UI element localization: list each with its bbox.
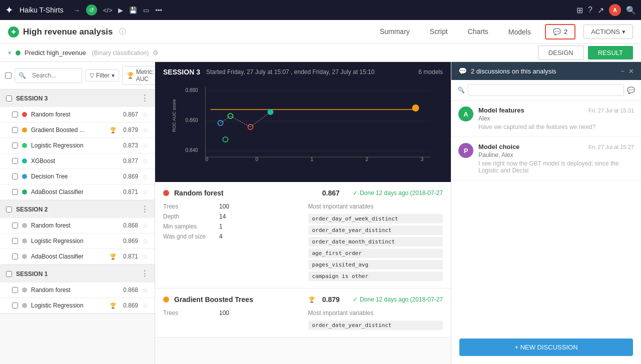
minimize-icon[interactable]: − bbox=[620, 68, 624, 75]
model-variables: Most important variables order_day_of_we… bbox=[308, 203, 443, 281]
topbar-monitor-icon[interactable]: ▭ bbox=[143, 6, 149, 14]
topbar-logo-icon: ✦ bbox=[5, 4, 14, 16]
topbar-analytics-icon[interactable]: ↗ bbox=[597, 6, 604, 15]
model-row[interactable]: Decision Tree 0.869 ☆ bbox=[0, 169, 155, 184]
topbar-play-icon[interactable]: ▶ bbox=[118, 6, 123, 14]
model-0-0-checkbox[interactable] bbox=[12, 112, 18, 118]
nav-charts[interactable]: Charts bbox=[458, 20, 498, 44]
topbar-more-icon[interactable]: ••• bbox=[155, 6, 162, 14]
discussion-item[interactable]: A Model features Fri, 27 Jul at 15:31 Al… bbox=[451, 100, 641, 137]
model-row[interactable]: Logistic Regression 🏆 0.869 ☆ bbox=[0, 298, 155, 314]
topbar-grid-icon[interactable]: ⊞ bbox=[576, 6, 583, 15]
model-row[interactable]: Random forest 0.868 ☆ bbox=[0, 282, 155, 298]
model-row[interactable]: AdaBoost Classifier 0.871 ☆ bbox=[0, 184, 155, 200]
session-1-more-icon[interactable]: ⋮ bbox=[141, 269, 149, 278]
expand-arrow-icon[interactable]: ▾ bbox=[8, 49, 12, 56]
star-icon[interactable]: ☆ bbox=[142, 252, 149, 260]
model-1-0-checkbox[interactable] bbox=[12, 222, 18, 228]
discussion-search-input[interactable] bbox=[468, 84, 624, 96]
model-done-status: ✓ Done 12 days ago (2018-07-27 bbox=[353, 296, 443, 303]
model-1-2-checkbox[interactable] bbox=[12, 254, 18, 260]
close-icon[interactable]: ✕ bbox=[628, 68, 634, 75]
models-discussion-button[interactable]: 💬 2 bbox=[545, 24, 575, 40]
select-all-checkbox[interactable] bbox=[5, 72, 12, 79]
topbar-code-icon[interactable]: </> bbox=[103, 6, 113, 14]
new-discussion-button[interactable]: + NEW DISCUSSION bbox=[459, 338, 633, 356]
model-row[interactable]: Random forest 0.868 ☆ bbox=[0, 218, 155, 234]
star-icon[interactable]: ☆ bbox=[142, 188, 149, 196]
model-dot bbox=[22, 288, 27, 292]
model-0-3-checkbox[interactable] bbox=[12, 158, 18, 164]
session-2-checkbox[interactable] bbox=[6, 206, 12, 212]
discussion-panel: 💬 2 discussions on this analysis − ✕ 🔍 💬… bbox=[451, 62, 641, 364]
discussion-preview: Have we captured all the features we nee… bbox=[478, 124, 634, 130]
model-name: Logistic Regression bbox=[31, 238, 117, 244]
var-tag: age_first_order bbox=[308, 248, 443, 258]
session-1-checkbox[interactable] bbox=[6, 271, 12, 277]
model-card-score: 0.867 bbox=[322, 189, 340, 197]
session-3-more-icon[interactable]: ⋮ bbox=[141, 94, 149, 103]
result-button[interactable]: RESULT bbox=[588, 46, 633, 60]
comment-icon[interactable]: 💬 bbox=[627, 86, 635, 94]
topbar-search-icon[interactable]: 🔍 bbox=[626, 6, 636, 15]
topbar-save-icon[interactable]: 💾 bbox=[129, 6, 137, 14]
model-1-1-checkbox[interactable] bbox=[12, 238, 18, 244]
star-icon[interactable]: ☆ bbox=[142, 222, 149, 230]
star-icon[interactable]: ☆ bbox=[142, 237, 149, 245]
star-icon[interactable]: ☆ bbox=[142, 286, 149, 294]
param-value: 100 bbox=[219, 310, 229, 316]
nav-script[interactable]: Script bbox=[420, 20, 458, 44]
star-icon[interactable]: ☆ bbox=[142, 157, 149, 165]
discussion-item[interactable]: P Model choice Fri, 27 Jul at 15:27 Paul… bbox=[451, 137, 641, 180]
star-icon[interactable]: ☆ bbox=[142, 110, 149, 118]
discussion-subject: Model choice bbox=[478, 143, 519, 150]
model-0-4-checkbox[interactable] bbox=[12, 174, 18, 180]
model-dot bbox=[22, 143, 27, 148]
model-2-1-checkbox[interactable] bbox=[12, 302, 18, 308]
main-content: SESSION 3 Started Friday, 27 July at 15:… bbox=[155, 62, 451, 364]
discussion-content: Model choice Fri, 27 Jul at 15:27 Paulin… bbox=[478, 143, 634, 174]
search-input[interactable] bbox=[28, 70, 78, 81]
predict-label: Predict high_revenue bbox=[25, 49, 86, 56]
model-row[interactable]: Random forest 0.867 ☆ bbox=[0, 107, 155, 122]
model-0-2-checkbox[interactable] bbox=[12, 142, 18, 148]
star-icon[interactable]: ☆ bbox=[142, 126, 149, 134]
model-dot bbox=[22, 238, 27, 244]
topbar-help-icon[interactable]: ? bbox=[588, 6, 592, 14]
trophy-icon: 🏆 bbox=[110, 127, 117, 134]
discussion-author: Alex bbox=[478, 115, 634, 122]
design-button[interactable]: DESIGN bbox=[538, 46, 584, 60]
model-0-1-checkbox[interactable] bbox=[12, 127, 18, 133]
topbar-nav-icon-1[interactable]: → bbox=[74, 6, 80, 14]
metric-label: Metric: ROC AUC bbox=[136, 68, 155, 82]
topbar-green-circle-icon[interactable]: ↺ bbox=[86, 4, 97, 16]
model-row[interactable]: Gradient Boosted ... 🏆 0.879 ☆ bbox=[0, 122, 155, 138]
nav-summary[interactable]: Summary bbox=[370, 20, 420, 44]
info-icon[interactable]: ⓘ bbox=[119, 28, 126, 36]
model-dot bbox=[22, 303, 27, 308]
model-row[interactable]: XGBoost 0.877 ☆ bbox=[0, 154, 155, 169]
actions-button[interactable]: ACTIONS ▾ bbox=[583, 24, 633, 39]
filter-button[interactable]: ▽ Filter ▾ bbox=[85, 70, 119, 82]
model-row[interactable]: Logistic Regression 0.873 ☆ bbox=[0, 138, 155, 154]
nav-models[interactable]: Models bbox=[498, 20, 541, 44]
star-icon[interactable]: ☆ bbox=[142, 302, 149, 310]
param-label: Trees bbox=[163, 203, 213, 210]
model-row[interactable]: AdaBoost Classifier 🏆 0.871 ☆ bbox=[0, 249, 155, 264]
model-row[interactable]: Logistic Regression 0.869 ☆ bbox=[0, 234, 155, 249]
session-3-header[interactable]: SESSION 3 ⋮ bbox=[0, 90, 155, 107]
star-icon[interactable]: ☆ bbox=[142, 142, 149, 150]
topbar-user-avatar[interactable]: A bbox=[609, 4, 621, 16]
session-2-header[interactable]: SESSION 2 ⋮ bbox=[0, 200, 155, 218]
settings-icon[interactable]: ⚙ bbox=[153, 49, 159, 56]
session-3-checkbox[interactable] bbox=[6, 96, 12, 102]
filter-label: Filter bbox=[96, 72, 110, 79]
session-1-header[interactable]: SESSION 1 ⋮ bbox=[0, 265, 155, 282]
model-2-0-checkbox[interactable] bbox=[12, 287, 18, 293]
discussion-author: Pauline, Alex bbox=[478, 152, 634, 158]
star-icon[interactable]: ☆ bbox=[142, 172, 149, 180]
checkmark-icon: ✓ bbox=[353, 190, 358, 196]
session-2-more-icon[interactable]: ⋮ bbox=[141, 204, 149, 214]
model-0-5-checkbox[interactable] bbox=[12, 189, 18, 195]
metric-select[interactable]: 🏆 Metric: ROC AUC ▾ bbox=[122, 66, 155, 85]
